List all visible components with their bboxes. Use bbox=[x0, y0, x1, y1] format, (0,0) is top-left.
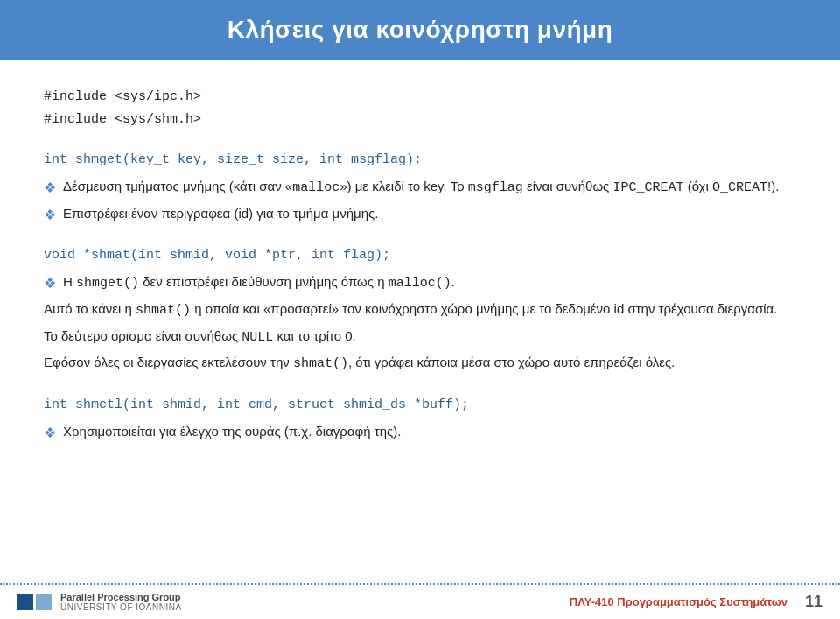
footer-group-name: Parallel Processing Group bbox=[60, 592, 182, 602]
shmget-bullet2-text: Επιστρέφει έναν περιγραφέα (id) για το τ… bbox=[63, 203, 796, 224]
shmat-bullet1: ❖ Η shmget() δεν επιστρέφει διεύθυνση μν… bbox=[44, 271, 796, 295]
slide-footer: Parallel Processing Group UNIVERSITY OF … bbox=[0, 583, 840, 619]
footer-page-number: 11 bbox=[805, 593, 822, 611]
include-line2: #include <sys/shm.h> bbox=[44, 109, 796, 131]
footer-text: Parallel Processing Group UNIVERSITY OF … bbox=[60, 592, 182, 612]
slide-content: #include <sys/ipc.h> #include <sys/shm.h… bbox=[0, 60, 840, 482]
shmget-section: int shmget(key_t key, size_t size, int m… bbox=[44, 150, 796, 226]
shmget-bullet1: ❖ Δέσμευση τμήματος μνήμης (κάτι σαν «ma… bbox=[44, 176, 796, 200]
shmget-bullet1-text: Δέσμευση τμήματος μνήμης (κάτι σαν «mall… bbox=[63, 176, 796, 199]
diamond-icon-4: ❖ bbox=[44, 422, 56, 445]
shmget-bullet2: ❖ Επιστρέφει έναν περιγραφέα (id) για το… bbox=[44, 203, 796, 227]
shmat-code: void *shmat(int shmid, void *ptr, int fl… bbox=[44, 245, 796, 266]
shmget-code: int shmget(key_t key, size_t size, int m… bbox=[44, 150, 796, 171]
slide-title: Κλήσεις για κοινόχρηστη μνήμη bbox=[228, 16, 613, 43]
diamond-icon-3: ❖ bbox=[44, 272, 56, 295]
shmat-code-text: void *shmat(int shmid, void *ptr, int fl… bbox=[44, 248, 390, 263]
university-logo bbox=[18, 594, 52, 610]
shmget-code-text: int shmget(key_t key, size_t size, int m… bbox=[44, 152, 422, 167]
slide-header: Κλήσεις για κοινόχρηστη μνήμη bbox=[0, 0, 840, 60]
shmat-bullet1-text: Η shmget() δεν επιστρέφει διεύθυνση μνήμ… bbox=[63, 271, 796, 294]
shmctl-code: int shmctl(int shmid, int cmd, struct sh… bbox=[44, 395, 796, 416]
includes-section: #include <sys/ipc.h> #include <sys/shm.h… bbox=[44, 86, 796, 130]
diamond-icon-2: ❖ bbox=[44, 204, 56, 227]
shmctl-bullet1-text: Χρησιμοποιείται για έλεγχο της ουράς (π.… bbox=[63, 421, 796, 442]
shmctl-section: int shmctl(int shmid, int cmd, struct sh… bbox=[44, 395, 796, 445]
logo-square-blue bbox=[18, 594, 33, 610]
logo-square-light bbox=[36, 594, 52, 610]
diamond-icon-1: ❖ bbox=[44, 177, 56, 200]
shmat-section: void *shmat(int shmid, void *ptr, int fl… bbox=[44, 245, 796, 376]
footer-course: ΠΛΥ-410 Προγραμματισμός Συστημάτων bbox=[570, 595, 788, 608]
footer-right: ΠΛΥ-410 Προγραμματισμός Συστημάτων 11 bbox=[570, 593, 822, 611]
footer-left: Parallel Processing Group UNIVERSITY OF … bbox=[18, 592, 182, 612]
shmat-para2: Το δεύτερο όρισμα είναι συνήθως NULL και… bbox=[44, 326, 796, 349]
footer-university: UNIVERSITY OF IOANNINA bbox=[60, 602, 182, 612]
shmat-para3: Εφόσον όλες οι διεργασίες εκτελέσουν την… bbox=[44, 352, 796, 376]
shmctl-bullet1: ❖ Χρησιμοποιείται για έλεγχο της ουράς (… bbox=[44, 421, 796, 445]
shmat-para1: Αυτό το κάνει η shmat() η οποία και «προ… bbox=[44, 299, 796, 322]
shmctl-code-text: int shmctl(int shmid, int cmd, struct sh… bbox=[44, 397, 469, 412]
include-line1: #include <sys/ipc.h> bbox=[44, 86, 796, 109]
